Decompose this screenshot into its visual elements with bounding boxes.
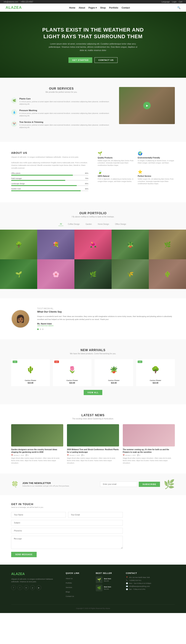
news-card-2[interactable]: 2030 Midwest Tree and Shrub Conference: … — [67, 424, 119, 464]
news-date-3: 📅 January 1, 2020 — [123, 454, 136, 456]
footer-product-info-1: Best Item $10.00 — [104, 578, 111, 582]
testimonial-title: What Our Clients Say — [37, 310, 175, 313]
filter-coffee[interactable]: Coffee Design — [66, 222, 81, 226]
nav-about[interactable]: About — [79, 6, 85, 9]
news-excerpt-2: Magni dicunt alias nostrss eaque nimusti… — [67, 457, 119, 464]
filter-all[interactable]: All — [58, 222, 63, 226]
footer-address-text: 201 1st Ave North New York — [129, 576, 150, 578]
news-meta-2: 📅 January 1, 2020 💬 8 — [67, 454, 119, 456]
progress-bar-3 — [11, 185, 88, 186]
social-linkedin[interactable]: in — [24, 585, 29, 590]
footer-copyright: Copyright © 2020 All Rights Reserved By … — [76, 608, 110, 609]
footer-link-about[interactable]: About Us — [66, 578, 72, 580]
view-all-button[interactable]: VIEW ALL — [84, 390, 102, 395]
tree-icon: 🌳 — [151, 366, 160, 374]
product-price-3: $10.00 — [97, 382, 131, 384]
top-bar-left: info@alazea.com +456-123-4567 — [4, 1, 35, 3]
service-title-1: Plants Care — [19, 98, 112, 100]
tulip-icon: 🌷 — [68, 366, 76, 374]
nav-portfolio[interactable]: Portfolio — [109, 6, 118, 9]
newsletter-email-input[interactable] — [100, 482, 137, 487]
contact-phone[interactable] — [11, 528, 123, 534]
newsletter-leaf-deco-left: 🍀 — [11, 481, 19, 488]
footer-link-contact[interactable]: Contact Us — [66, 596, 74, 597]
product-card-2[interactable]: sale 🌷 Cactus Flower $10.00 — [53, 359, 91, 386]
nav-contact[interactable]: Contact — [122, 6, 130, 9]
portfolio-item-8[interactable]: 🌿 — [74, 259, 112, 289]
services-subtitle: We provide the perfect service for you. — [11, 91, 112, 93]
product-card-1[interactable]: new 🌵 Cactus Flower $10.00 — [11, 359, 50, 386]
play-button[interactable] — [143, 102, 151, 109]
portfolio-item-7[interactable]: 🌸 — [37, 259, 74, 289]
footer-link-services[interactable]: Services — [66, 586, 72, 588]
portfolio-item-6[interactable]: 🌱 — [0, 259, 37, 289]
feature-service: ⭐ Perfect Service Nullam augue clis, vel… — [138, 170, 175, 185]
product-price-1: $10.00 — [13, 382, 48, 384]
portfolio-item-3[interactable]: 🌺 — [74, 230, 112, 259]
feature-eco: 🌍 Environmentally Friendly In congue, in… — [138, 151, 175, 166]
portfolio-item-9[interactable]: 🌾 — [112, 259, 149, 289]
succulent-icon: 🪴 — [110, 366, 118, 374]
newsletter-subscribe-button[interactable]: SUBSCRIBE — [139, 482, 160, 487]
footer-link-blogs[interactable]: Blogs — [66, 591, 70, 593]
topbar-cart[interactable]: Cart — [179, 1, 182, 3]
portfolio-item-4[interactable]: 🪴 — [112, 230, 149, 259]
topbar-language[interactable]: Language — [161, 1, 170, 3]
social-facebook[interactable]: f — [11, 585, 16, 590]
nav-pages[interactable]: Pages ▾ — [88, 6, 97, 9]
feature-eco-desc: In congue, in adipiscing ac laoreet luct… — [138, 160, 175, 164]
social-pinterest[interactable]: p — [30, 585, 35, 590]
topbar-login[interactable]: Login — [172, 1, 176, 3]
social-twitter[interactable]: t — [18, 585, 22, 590]
footer-hours: 🕐 Mon - Sun 9:00a.m to 9:00pm — [126, 582, 175, 584]
contact-message[interactable] — [11, 536, 123, 549]
testimonial-role: CEO BAFANA MEDIA — [37, 325, 175, 327]
contact-subject[interactable] — [11, 520, 123, 526]
social-youtube[interactable]: ▶ — [36, 585, 41, 590]
portfolio-item-5[interactable]: 🌿 — [149, 230, 186, 259]
portfolio-item-1[interactable]: 🌳 — [0, 230, 37, 259]
contact-us-button[interactable]: CONTACT US — [95, 57, 117, 63]
portfolio-title: OUR PORTFOLIO — [11, 212, 175, 215]
get-started-button[interactable]: GET STARTED — [68, 57, 92, 63]
testimonial-dot-3[interactable] — [42, 328, 44, 330]
nav-shop[interactable]: Shop — [100, 6, 106, 9]
search-icon[interactable]: 🔍 — [177, 6, 180, 9]
portfolio-item-10[interactable]: 🌵 — [149, 259, 186, 289]
contact-first-name[interactable] — [11, 512, 66, 518]
footer-product-1[interactable]: 🌱 Best Item $10.00 — [96, 576, 120, 583]
product-badge-2: sale — [54, 360, 59, 363]
hero-title: PLANTS EXIST IN THE WEATHER AND LIGHT RA… — [37, 26, 149, 40]
contact-email[interactable] — [68, 512, 123, 518]
news-title-1: Garden designers across the country fore… — [11, 448, 63, 454]
testimonial-section: 👩🏾 TESTIMONIAL What Our Clients Say Finq… — [0, 298, 186, 339]
product-card-3[interactable]: 🪴 Cactus Flower $10.00 — [95, 359, 133, 386]
news-comments-1: 💬 8 — [26, 454, 29, 456]
filter-office[interactable]: Office Design — [114, 222, 128, 226]
product-img-1: 🌵 — [13, 361, 48, 378]
testimonial-dot-1[interactable] — [37, 328, 39, 330]
services-left: OUR SERVICES We provide the perfect serv… — [11, 87, 112, 132]
progress-value-1: 80% — [85, 172, 88, 174]
testimonial-dot-2[interactable] — [40, 328, 41, 330]
topbar-email[interactable]: info@alazea.com — [4, 1, 18, 3]
footer-product-2[interactable]: 🌿 Best Item $10.00 — [96, 585, 120, 591]
product-card-4[interactable]: new 🌳 Cactus Flower $10.00 — [136, 359, 175, 386]
topbar-phone[interactable]: +456-123-4567 — [21, 1, 33, 3]
filter-garden[interactable]: Garden — [84, 222, 93, 226]
news-grid: Garden designers across the country fore… — [11, 424, 175, 464]
portfolio-item-2[interactable]: 💐 — [37, 230, 74, 259]
nav-home[interactable]: Home — [69, 6, 75, 9]
filter-home[interactable]: Home Design — [96, 222, 111, 226]
footer-link-portfolio[interactable]: Portfolio — [66, 582, 72, 584]
news-card-1[interactable]: Garden designers across the country fore… — [11, 424, 63, 464]
news-card-3[interactable]: The summer coming up, it's time for both… — [123, 424, 175, 464]
services-video-thumbnail[interactable] — [119, 87, 175, 124]
hero-section: PLANTS EXIST IN THE WEATHER AND LIGHT RA… — [0, 12, 186, 78]
service-desc-1: In Amcus purus, pulvinar at amet sapien … — [19, 100, 112, 106]
main-navigation: ALAZEA Home About Pages ▾ Shop Portfolio… — [0, 4, 186, 12]
news-date-2: 📅 January 1, 2020 — [67, 454, 80, 456]
site-logo[interactable]: ALAZEA — [6, 6, 22, 10]
footer-sat-hours-text: Sat - 7:00a.m to 5 Pm — [129, 588, 145, 590]
contact-submit-button[interactable]: SEND MESSAGE — [11, 552, 37, 557]
